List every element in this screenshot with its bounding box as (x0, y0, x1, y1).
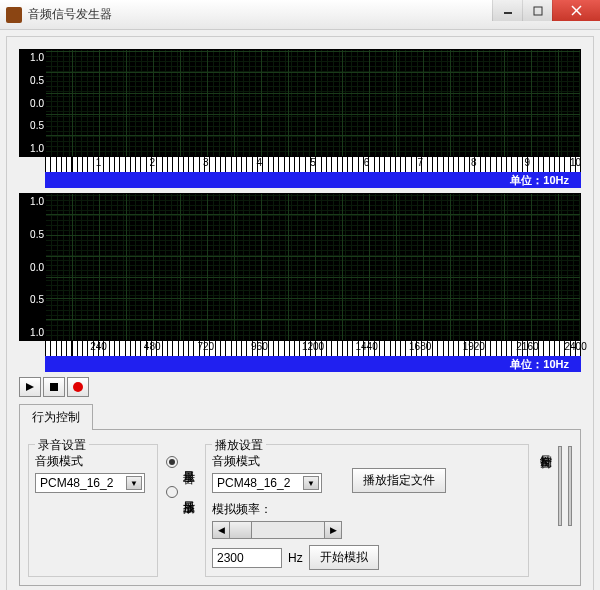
minimize-button[interactable] (492, 0, 522, 21)
svg-point-6 (73, 382, 83, 392)
xtick: 9 (525, 157, 531, 168)
svg-rect-1 (534, 7, 542, 15)
xtick: 1 (96, 157, 102, 168)
maximize-button[interactable] (522, 0, 552, 21)
record-audio-mode-select[interactable]: PCM48_16_2 ▼ (35, 473, 145, 493)
chevron-down-icon: ▼ (126, 476, 142, 490)
display-mode-radios: 录音显示 播放显示 (166, 438, 197, 577)
xtick: 7 (417, 157, 423, 168)
ytick: 0.5 (20, 75, 44, 86)
close-button[interactable] (552, 0, 600, 21)
ytick: 0.5 (20, 294, 44, 305)
sim-freq-input[interactable] (212, 548, 282, 568)
scroll-right-icon[interactable]: ▶ (324, 521, 342, 539)
app-icon (6, 7, 22, 23)
group-title: 录音设置 (35, 437, 89, 454)
start-sim-button[interactable]: 开始模拟 (309, 545, 379, 570)
play-mode-label: 音频模式 (212, 453, 322, 470)
tab-strip: 行为控制 (19, 403, 581, 429)
title-bar: 音频信号发生器 (0, 0, 600, 30)
record-settings-group: 录音设置 音频模式 PCM48_16_2 ▼ (28, 444, 158, 577)
ytick: 1.0 (20, 196, 44, 207)
xtick: 240 (90, 341, 107, 352)
xtick: 1680 (409, 341, 431, 352)
xtick: 4 (257, 157, 263, 168)
xtick: 720 (197, 341, 214, 352)
volume-slider-left[interactable] (558, 446, 562, 526)
xtick: 6 (364, 157, 370, 168)
sim-freq-scrollbar[interactable]: ◀ ▶ (212, 521, 342, 539)
hz-label: Hz (288, 551, 303, 565)
volume-slider-right[interactable] (568, 446, 572, 526)
volume-control: 音量控制 (537, 438, 572, 577)
xtick: 480 (144, 341, 161, 352)
radio-icon (166, 486, 178, 498)
stop-button[interactable] (43, 377, 65, 397)
xtick: 8 (471, 157, 477, 168)
select-value: PCM48_16_2 (40, 476, 113, 490)
transport-controls (19, 377, 581, 397)
chevron-down-icon: ▼ (303, 476, 319, 490)
radio-record-display[interactable]: 录音显示 (166, 456, 197, 468)
xtick: 10 (570, 157, 581, 168)
xtick: 1440 (355, 341, 377, 352)
plot-top-unit: 单位：10Hz (45, 172, 581, 188)
window-title: 音频信号发生器 (28, 6, 492, 23)
xtick: 3 (203, 157, 209, 168)
tab-behavior-control[interactable]: 行为控制 (19, 404, 93, 430)
select-value: PCM48_16_2 (217, 476, 290, 490)
xtick: 2 (149, 157, 155, 168)
play-button[interactable] (19, 377, 41, 397)
window-buttons (492, 0, 600, 21)
radio-icon (166, 456, 178, 468)
group-title: 播放设置 (212, 437, 266, 454)
xtick: 960 (251, 341, 268, 352)
xtick: 1920 (463, 341, 485, 352)
plot-bottom-ruler: 240 480 720 960 1200 1440 1680 1920 2160… (45, 341, 581, 356)
ytick: 0.0 (20, 98, 44, 109)
svg-rect-5 (50, 383, 58, 391)
plot-top-ruler: 1 2 3 4 5 6 7 8 9 10 (45, 157, 581, 172)
plot-top-yaxis: 1.0 0.5 0.0 0.5 1.0 (20, 50, 46, 156)
xtick: 1200 (302, 341, 324, 352)
ytick: 0.5 (20, 229, 44, 240)
plot-bottom: 1.0 0.5 0.0 0.5 1.0 240 480 720 960 1200… (19, 193, 581, 372)
record-button[interactable] (67, 377, 89, 397)
ytick: 1.0 (20, 52, 44, 63)
plot-top: 1.0 0.5 0.0 0.5 1.0 1 2 3 4 5 6 7 8 9 1 (19, 49, 581, 188)
scroll-left-icon[interactable]: ◀ (212, 521, 230, 539)
xtick: 2400 (565, 341, 587, 352)
play-audio-mode-select[interactable]: PCM48_16_2 ▼ (212, 473, 322, 493)
plot-bottom-yaxis: 1.0 0.5 0.0 0.5 1.0 (20, 194, 46, 340)
plot-bottom-unit: 单位：10Hz (45, 356, 581, 372)
ytick: 0.5 (20, 120, 44, 131)
ytick: 1.0 (20, 327, 44, 338)
xtick: 5 (310, 157, 316, 168)
ytick: 0.0 (20, 262, 44, 273)
svg-marker-4 (26, 383, 34, 391)
radio-play-display[interactable]: 播放显示 (166, 486, 197, 498)
sim-freq-label: 模拟频率： (212, 501, 522, 518)
play-file-button[interactable]: 播放指定文件 (352, 468, 446, 493)
play-settings-group: 播放设置 音频模式 PCM48_16_2 ▼ 播放指定文件 模拟频率： ◀ (205, 444, 529, 577)
xtick: 2160 (516, 341, 538, 352)
audio-mode-label: 音频模式 (35, 453, 151, 470)
ytick: 1.0 (20, 143, 44, 154)
